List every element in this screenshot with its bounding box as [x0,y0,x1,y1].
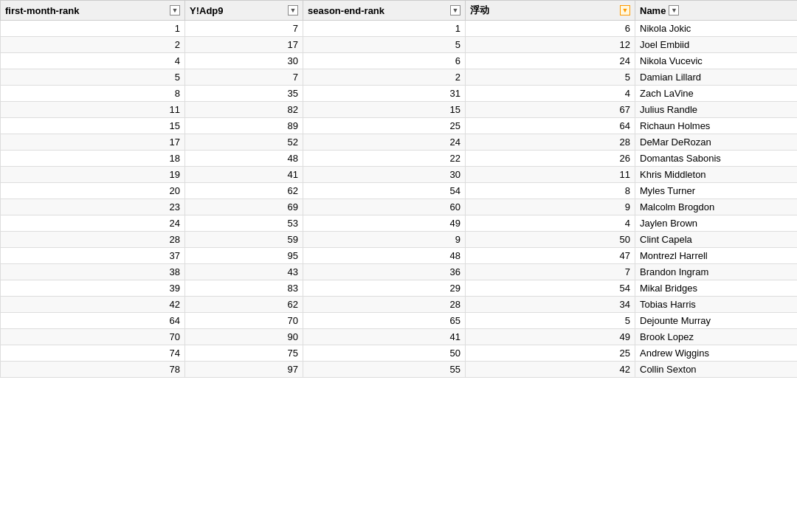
table-row: 1716Nikola Jokic [1,21,798,37]
cell-first_month_rank: 11 [1,102,185,118]
cell-first_month_rank: 23 [1,199,185,215]
cell-yadp9: 7 [185,69,303,86]
cell-name: Nikola Vucevic [635,53,798,69]
cell-yadp9: 35 [185,86,303,102]
cell-yadp9: 52 [185,134,303,151]
filter-icon-name[interactable]: ▼ [669,5,679,15]
col-header-yadp9[interactable]: Y!Adp9 ▼ [185,1,303,21]
filter-icon-yadp9[interactable]: ▼ [288,5,298,15]
cell-first_month_rank: 2 [1,37,185,53]
col-label-season-end-rank: season-end-rank [308,5,384,16]
table-row: 78975542Collin Sexton [1,362,798,378]
col-header-first-month-rank[interactable]: first-month-rank ▼ [1,1,185,21]
cell-name: Mikal Bridges [635,280,798,297]
cell-first_month_rank: 64 [1,313,185,329]
table-row: 5725Damian Lillard [1,69,798,86]
cell-fudong: 34 [466,297,635,313]
cell-season_end_rank: 6 [303,53,466,69]
cell-yadp9: 62 [185,297,303,313]
col-header-name[interactable]: Name ▼ [635,1,798,21]
table-row: 835314Zach LaVine [1,86,798,102]
cell-fudong: 50 [466,232,635,248]
cell-yadp9: 48 [185,151,303,167]
cell-season_end_rank: 2 [303,69,466,86]
col-header-season-end-rank[interactable]: season-end-rank ▼ [303,1,466,21]
cell-fudong: 8 [466,183,635,199]
table-header-row: first-month-rank ▼ Y!Adp9 ▼ season-end-r… [1,1,798,21]
cell-yadp9: 59 [185,232,303,248]
cell-season_end_rank: 41 [303,329,466,345]
cell-name: Khris Middleton [635,167,798,183]
cell-first_month_rank: 78 [1,362,185,378]
cell-fudong: 67 [466,102,635,118]
cell-season_end_rank: 36 [303,264,466,280]
cell-yadp9: 7 [185,21,303,37]
filter-icon-first-month-rank[interactable]: ▼ [170,5,180,15]
cell-yadp9: 89 [185,118,303,134]
cell-season_end_rank: 24 [303,134,466,151]
cell-yadp9: 97 [185,362,303,378]
cell-name: Clint Capela [635,232,798,248]
col-header-fudong[interactable]: 浮动 ▼ [466,1,635,21]
cell-season_end_rank: 5 [303,37,466,53]
cell-first_month_rank: 4 [1,53,185,69]
cell-name: Damian Lillard [635,69,798,86]
cell-season_end_rank: 31 [303,86,466,102]
cell-season_end_rank: 50 [303,345,466,362]
cell-name: Malcolm Brogdon [635,199,798,215]
cell-yadp9: 90 [185,329,303,345]
cell-season_end_rank: 60 [303,199,466,215]
table-row: 430624Nikola Vucevic [1,53,798,69]
cell-first_month_rank: 5 [1,69,185,86]
cell-name: Richaun Holmes [635,118,798,134]
cell-season_end_rank: 29 [303,280,466,297]
table-row: 217512Joel Embiid [1,37,798,53]
data-table: first-month-rank ▼ Y!Adp9 ▼ season-end-r… [0,0,797,378]
cell-fudong: 5 [466,69,635,86]
cell-fudong: 9 [466,199,635,215]
cell-season_end_rank: 28 [303,297,466,313]
cell-name: Jaylen Brown [635,215,798,232]
table-row: 39832954Mikal Bridges [1,280,798,297]
col-label-first-month-rank: first-month-rank [5,5,79,16]
table-row: 15892564Richaun Holmes [1,118,798,134]
cell-name: Joel Embiid [635,37,798,53]
table-row: 18482226Domantas Sabonis [1,151,798,167]
cell-yadp9: 62 [185,183,303,199]
cell-first_month_rank: 15 [1,118,185,134]
cell-season_end_rank: 65 [303,313,466,329]
table-row: 2453494Jaylen Brown [1,215,798,232]
table-row: 2859950Clint Capela [1,232,798,248]
cell-fudong: 5 [466,313,635,329]
cell-season_end_rank: 30 [303,167,466,183]
cell-fudong: 6 [466,21,635,37]
cell-fudong: 54 [466,280,635,297]
cell-name: DeMar DeRozan [635,134,798,151]
cell-yadp9: 83 [185,280,303,297]
cell-season_end_rank: 48 [303,248,466,264]
cell-first_month_rank: 18 [1,151,185,167]
cell-yadp9: 69 [185,199,303,215]
filter-icon-season-end-rank[interactable]: ▼ [450,5,460,15]
cell-fudong: 7 [466,264,635,280]
cell-first_month_rank: 20 [1,183,185,199]
cell-yadp9: 43 [185,264,303,280]
table-row: 6470655Dejounte Murray [1,313,798,329]
cell-fudong: 49 [466,329,635,345]
cell-first_month_rank: 70 [1,329,185,345]
cell-yadp9: 53 [185,215,303,232]
cell-name: Brook Lopez [635,329,798,345]
cell-season_end_rank: 1 [303,21,466,37]
cell-yadp9: 41 [185,167,303,183]
cell-season_end_rank: 54 [303,183,466,199]
cell-name: Julius Randle [635,102,798,118]
table-row: 17522428DeMar DeRozan [1,134,798,151]
cell-name: Zach LaVine [635,86,798,102]
filter-icon-fudong[interactable]: ▼ [620,5,630,15]
cell-first_month_rank: 8 [1,86,185,102]
cell-fudong: 25 [466,345,635,362]
table-row: 2062548Myles Turner [1,183,798,199]
col-label-yadp9: Y!Adp9 [190,5,224,16]
cell-name: Andrew Wiggins [635,345,798,362]
cell-first_month_rank: 74 [1,345,185,362]
